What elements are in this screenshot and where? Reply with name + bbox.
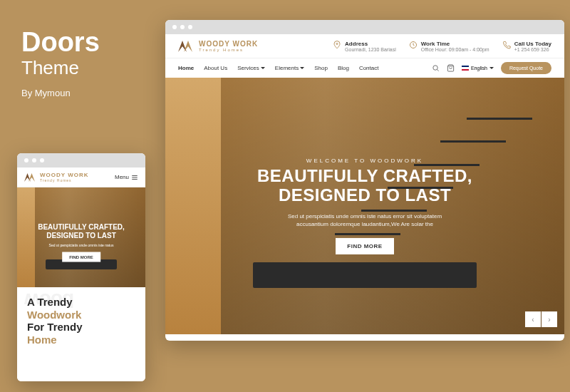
flag-icon xyxy=(462,66,469,71)
worktime-value: Office Hour: 09:00am - 4:00pm xyxy=(421,47,489,52)
nav-elements[interactable]: Elements xyxy=(275,65,304,71)
browser-titlebar xyxy=(17,153,145,167)
chevron-down-icon xyxy=(489,67,494,69)
phone-icon xyxy=(502,41,511,49)
address-label: Address xyxy=(345,41,396,47)
logo-icon xyxy=(24,173,37,182)
mobile-hero-desc: Sed ut perspiciatis unde omnis iste natu… xyxy=(22,243,140,247)
chevron-down-icon xyxy=(261,67,265,69)
hamburger-icon xyxy=(131,174,138,181)
request-quote-button[interactable]: Request Quote xyxy=(501,62,551,74)
mobile-find-more-button[interactable]: FIND MORE xyxy=(62,252,100,262)
theme-subtitle: Theme xyxy=(21,57,100,79)
hero-title: BEAUTIFULLY CRAFTED, DESIGNED TO LAST xyxy=(185,167,544,205)
site-logo[interactable]: WOODY WORK Trendy Homes xyxy=(178,40,258,52)
pin-icon xyxy=(333,41,341,49)
svg-point-2 xyxy=(433,66,437,70)
slider-next-button[interactable]: › xyxy=(542,311,557,327)
language-selector[interactable]: English xyxy=(462,66,494,71)
svg-point-0 xyxy=(336,43,338,44)
window-dot xyxy=(32,158,36,163)
logo-name: WOODY WORK xyxy=(199,40,258,48)
hero-description: Sed ut perspiciatis unde omnis iste natu… xyxy=(185,212,544,228)
mobile-intro-section: wood A Trendy Woodwork For Trendy Home xyxy=(17,287,145,355)
mobile-logo[interactable]: WOODY WORK Trendy Homes xyxy=(24,172,89,182)
contact-worktime: Work Time Office Hour: 09:00am - 4:00pm xyxy=(409,41,489,52)
contact-call: Call Us Today +1 254 659 326 xyxy=(502,41,551,52)
slider-prev-button[interactable]: ‹ xyxy=(525,311,541,327)
nav-services[interactable]: Services xyxy=(237,65,265,71)
window-dot xyxy=(24,158,28,163)
logo-tagline: Trendy Homes xyxy=(40,178,89,182)
find-more-button[interactable]: FIND MORE xyxy=(336,238,393,254)
theme-author: By Mymoun xyxy=(21,88,100,98)
logo-name: WOODY WORK xyxy=(40,172,89,178)
contact-address: Address Gournadi, 1230 Bariasl xyxy=(333,41,396,52)
nav-blog[interactable]: Blog xyxy=(338,65,349,71)
clock-icon xyxy=(409,41,418,49)
logo-icon xyxy=(178,41,195,52)
hero-section: WELCOME TO WOODWORK BEAUTIFULLY CRAFTED,… xyxy=(165,78,564,334)
window-dot xyxy=(172,25,177,29)
browser-titlebar xyxy=(165,20,564,34)
mobile-menu-button[interactable]: Menu xyxy=(115,174,138,181)
mobile-preview-window: WOODY WORK Trendy Homes Menu BEAUTIFULLY… xyxy=(17,153,145,381)
worktime-label: Work Time xyxy=(421,41,489,47)
mobile-header: WOODY WORK Trendy Homes Menu xyxy=(17,167,145,187)
header-top-bar: WOODY WORK Trendy Homes Address Gournadi… xyxy=(165,34,564,58)
slider-navigation: ‹ › xyxy=(525,311,557,327)
address-value: Gournadi, 1230 Bariasl xyxy=(345,47,396,52)
window-dot xyxy=(180,25,185,29)
logo-tagline: Trendy Homes xyxy=(199,48,258,52)
chevron-down-icon xyxy=(300,67,304,69)
call-label: Call Us Today xyxy=(514,41,551,47)
cart-icon[interactable] xyxy=(447,64,455,72)
nav-contact[interactable]: Contact xyxy=(359,65,379,71)
mobile-hero: BEAUTIFULLY CRAFTED, DESIGNED TO LAST Se… xyxy=(17,187,145,287)
window-dot xyxy=(188,25,192,29)
nav-shop[interactable]: Shop xyxy=(314,65,328,71)
theme-info: Doors Theme By Mymoun xyxy=(21,29,100,98)
main-nav: Home About Us Services Elements Shop Blo… xyxy=(165,58,564,78)
nav-about[interactable]: About Us xyxy=(204,65,227,71)
window-dot xyxy=(40,158,44,163)
mobile-section-title: A Trendy Woodwork For Trendy Home xyxy=(27,296,135,346)
hero-eyebrow: WELCOME TO WOODWORK xyxy=(185,158,544,164)
call-value: +1 254 659 326 xyxy=(514,47,551,52)
mobile-hero-title: BEAUTIFULLY CRAFTED, DESIGNED TO LAST xyxy=(22,223,140,239)
search-icon[interactable] xyxy=(432,64,440,72)
theme-title: Doors xyxy=(21,29,100,56)
language-label: English xyxy=(471,66,487,71)
nav-home[interactable]: Home xyxy=(178,65,194,71)
desktop-preview-window: WOODY WORK Trendy Homes Address Gournadi… xyxy=(165,20,564,341)
